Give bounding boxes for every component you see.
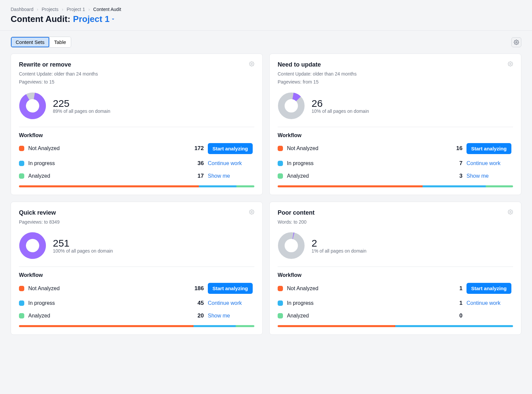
start-analyzing-button[interactable]: Start analyzing [208,143,253,154]
card-total: 26 [312,98,369,109]
svg-point-11 [281,236,301,256]
workflow-count: 186 [191,285,204,292]
svg-point-7 [251,211,252,213]
workflow-label: Not Analyzed [287,286,318,292]
card-meta-line: Pageviews: from 15 [278,78,513,86]
bar-seg-not-analyzed [278,185,423,187]
swatch-cyan-icon [19,161,24,166]
card-settings-button[interactable] [508,61,513,68]
gear-icon [508,209,513,215]
card-meta-line: Words: to 200 [278,218,513,226]
divider [278,267,513,267]
continue-work-link[interactable]: Continue work [208,160,242,166]
card-meta: Content Update: older than 24 monthsPage… [278,70,513,86]
divider [0,30,532,31]
svg-point-10 [510,211,511,213]
content-set-card: Rewrite or remove Content Update: older … [11,54,263,195]
gear-icon [508,61,513,67]
workflow-count: 1 [449,300,463,306]
content-set-card: Poor content Words: to 200 2 1% of all p… [269,202,521,335]
chevron-right-icon: › [37,7,39,12]
start-analyzing-button[interactable]: Start analyzing [466,143,511,154]
crumb-project1[interactable]: Project 1 [66,7,85,12]
workflow-progress-bar [278,325,513,327]
workflow-heading: Workflow [278,132,513,138]
donut-chart [278,232,305,259]
swatch-green-icon [278,173,283,179]
divider [19,127,254,127]
donut-chart [19,232,46,259]
workflow-row-analyzed: Analyzed 20 Show me [19,312,254,319]
card-meta-line: Pageviews: to 8349 [19,218,254,226]
bar-seg-analyzed [236,185,254,187]
continue-work-link[interactable]: Continue work [466,300,500,306]
card-meta-line: Content Update: older than 24 months [278,70,513,78]
card-subtitle: 10% of all pages on domain [312,108,369,114]
card-subtitle: 89% of all pages on domain [53,108,110,114]
workflow-count: 20 [191,312,204,319]
workflow-progress-bar [278,185,513,187]
tab-table[interactable]: Table [49,37,71,47]
card-subtitle: 100% of all pages on domain [53,248,113,254]
swatch-cyan-icon [19,300,24,306]
gear-icon [514,40,519,45]
workflow-label: In progress [28,160,55,166]
svg-point-4 [510,63,511,65]
continue-work-link[interactable]: Continue work [466,160,500,166]
bar-seg-analyzed [486,185,513,187]
workflow-count: 1 [449,285,463,292]
page-title: Content Audit: Project 1 [11,14,521,24]
gear-icon [249,209,254,215]
view-tabs: Content Sets Table [11,37,71,48]
workflow-row-in-progress: In progress 36 Continue work [19,160,254,167]
swatch-cyan-icon [278,300,283,306]
workflow-count: 7 [449,160,463,167]
crumb-projects[interactable]: Projects [42,7,59,12]
bar-seg-not-analyzed [278,325,395,327]
workflow-count: 16 [449,145,463,152]
title-prefix: Content Audit: [11,14,70,24]
show-me-link[interactable]: Show me [208,173,230,179]
workflow-row-in-progress: In progress 1 Continue work [278,300,513,306]
workflow-count: 0 [449,312,463,319]
bar-seg-in-progress [423,185,486,187]
gear-icon [249,61,254,67]
swatch-cyan-icon [278,161,283,166]
tab-content-sets[interactable]: Content Sets [11,37,49,47]
breadcrumb: Dashboard › Projects › Project 1 › Conte… [11,7,521,12]
bar-seg-in-progress [199,185,236,187]
card-total: 225 [53,98,110,109]
card-meta: Content Update: older than 24 monthsPage… [19,70,254,86]
card-settings-button[interactable] [249,61,254,68]
workflow-label: Not Analyzed [287,145,318,151]
bar-seg-in-progress [194,325,236,327]
workflow-count: 3 [449,173,463,179]
swatch-orange-icon [278,286,283,291]
swatch-green-icon [278,313,283,318]
card-title: Poor content [278,209,315,216]
workflow-heading: Workflow [278,272,513,278]
workflow-heading: Workflow [19,132,254,138]
swatch-green-icon [19,313,24,318]
project-switcher[interactable]: Project 1 [73,14,116,24]
workflow-row-not-analyzed: Not Analyzed 16 Start analyzing [278,143,513,154]
card-title: Rewrite or remove [19,61,71,68]
crumb-dashboard[interactable]: Dashboard [11,7,34,12]
bar-seg-analyzed [236,325,254,327]
start-analyzing-button[interactable]: Start analyzing [208,283,253,294]
workflow-row-analyzed: Analyzed 0 [278,312,513,319]
workflow-label: Not Analyzed [28,145,60,151]
card-settings-button[interactable] [249,209,254,216]
show-me-link[interactable]: Show me [466,173,489,179]
show-me-link[interactable]: Show me [208,313,230,319]
workflow-row-in-progress: In progress 45 Continue work [19,300,254,306]
card-settings-button[interactable] [508,209,513,216]
workflow-label: Analyzed [287,313,309,319]
start-analyzing-button[interactable]: Start analyzing [466,283,511,294]
workflow-label: Analyzed [28,313,50,319]
page-settings-button[interactable] [511,37,521,47]
card-meta-line: Content Update: older than 24 months [19,70,254,78]
swatch-orange-icon [19,286,24,291]
workflow-count: 45 [191,300,204,306]
continue-work-link[interactable]: Continue work [208,300,242,306]
